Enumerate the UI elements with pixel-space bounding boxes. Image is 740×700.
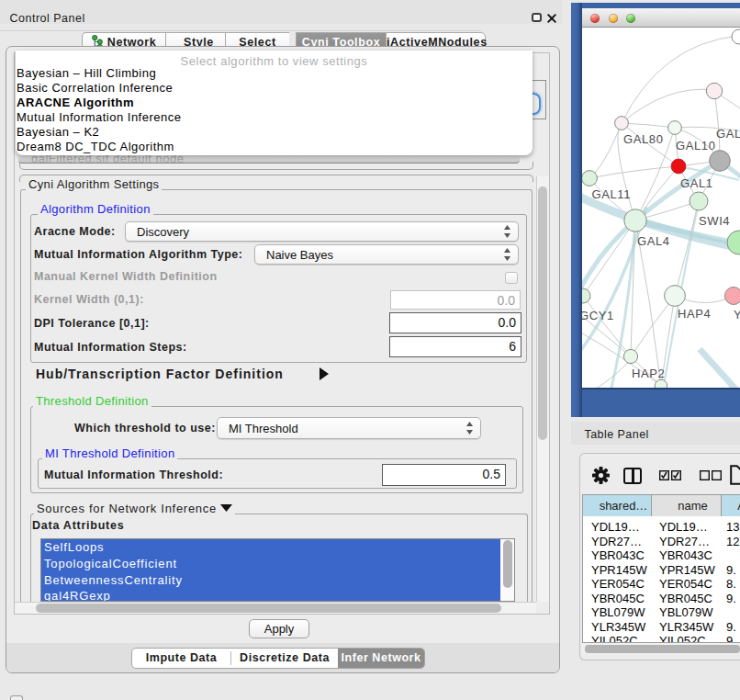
svg-text:SWI4: SWI4 bbox=[699, 214, 730, 228]
svg-text:GAL: GAL bbox=[716, 127, 740, 141]
svg-text:HAP2: HAP2 bbox=[632, 367, 665, 380]
svg-text:GAL10: GAL10 bbox=[676, 139, 715, 152]
svg-text:GAL11: GAL11 bbox=[592, 187, 632, 201]
svg-text:GAL4: GAL4 bbox=[637, 234, 670, 248]
svg-text:HAP4: HAP4 bbox=[678, 307, 711, 321]
svg-text:Y: Y bbox=[734, 308, 740, 322]
svg-text:GCY1: GCY1 bbox=[582, 309, 614, 322]
svg-text:GAL80: GAL80 bbox=[623, 132, 663, 146]
svg-text:GAL1: GAL1 bbox=[680, 176, 713, 190]
